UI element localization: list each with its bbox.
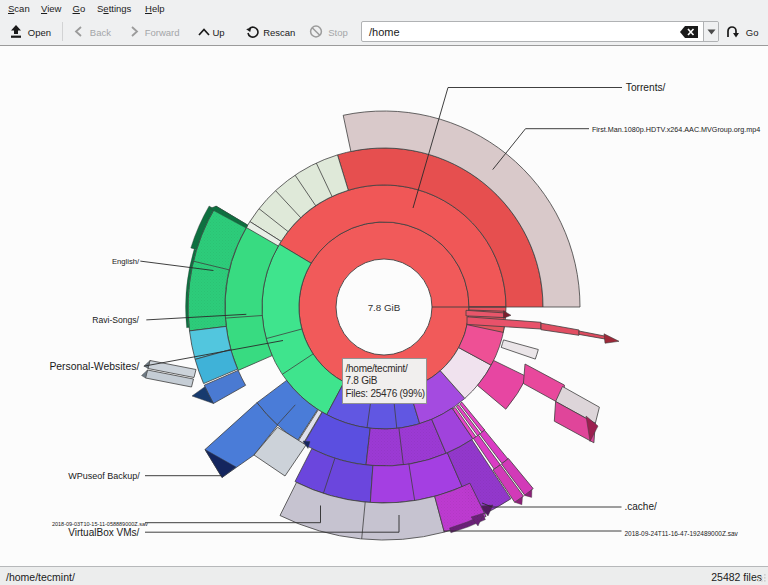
svg-text:Personal-Websites/: Personal-Websites/ (49, 361, 139, 372)
svg-text:WPuseof Backup/: WPuseof Backup/ (68, 471, 140, 481)
svg-text:VirtualBox VMs/: VirtualBox VMs/ (68, 527, 139, 538)
svg-text:.cache/: .cache/ (625, 501, 657, 512)
svg-text:Ravi-Songs/: Ravi-Songs/ (92, 315, 139, 325)
svg-text:First.Man.1080p.HDTV.x264.AAC.: First.Man.1080p.HDTV.x264.AAC.MVGroup.or… (592, 125, 760, 134)
svg-text:7.8 GiB: 7.8 GiB (368, 302, 401, 313)
svg-text:English/: English/ (112, 257, 140, 266)
svg-text:Torrents/: Torrents/ (626, 82, 666, 93)
svg-text:2018-09-24T11-16-47-192489000Z: 2018-09-24T11-16-47-192489000Z.sav (625, 530, 739, 537)
